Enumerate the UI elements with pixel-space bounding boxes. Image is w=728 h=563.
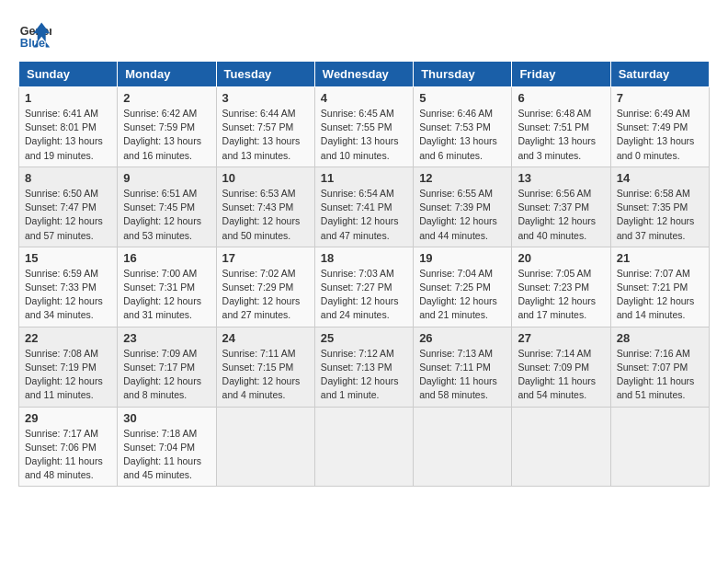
- calendar-week-5: 29 Sunrise: 7:17 AM Sunset: 7:06 PM Dayl…: [19, 407, 710, 487]
- day-number: 12: [419, 171, 506, 185]
- day-info: Sunrise: 7:07 AM Sunset: 7:21 PM Dayligh…: [617, 267, 703, 323]
- calendar-cell: 12 Sunrise: 6:55 AM Sunset: 7:39 PM Dayl…: [414, 167, 512, 247]
- daylight-label: Daylight: 12 hours and 40 minutes.: [518, 215, 596, 240]
- day-number: 15: [25, 251, 111, 265]
- daylight-label: Daylight: 12 hours and 53 minutes.: [123, 215, 201, 240]
- daylight-label: Daylight: 11 hours and 54 minutes.: [518, 375, 596, 400]
- daylight-label: Daylight: 12 hours and 4 minutes.: [222, 375, 301, 400]
- sunrise-label: Sunrise: 6:44 AM: [222, 108, 296, 119]
- day-info: Sunrise: 6:42 AM Sunset: 7:59 PM Dayligh…: [123, 107, 210, 163]
- daylight-label: Daylight: 13 hours and 13 minutes.: [222, 135, 301, 160]
- daylight-label: Daylight: 12 hours and 47 minutes.: [321, 215, 399, 240]
- sunrise-label: Sunrise: 7:07 AM: [617, 268, 690, 279]
- weekday-header-tuesday: Tuesday: [216, 62, 314, 87]
- daylight-label: Daylight: 12 hours and 1 minute.: [321, 375, 399, 400]
- daylight-label: Daylight: 13 hours and 3 minutes.: [518, 135, 596, 160]
- day-info: Sunrise: 7:05 AM Sunset: 7:23 PM Dayligh…: [518, 267, 604, 323]
- daylight-label: Daylight: 13 hours and 16 minutes.: [123, 135, 201, 160]
- daylight-label: Daylight: 13 hours and 6 minutes.: [419, 135, 497, 160]
- sunset-label: Sunset: 7:17 PM: [123, 362, 195, 373]
- calendar-week-1: 1 Sunrise: 6:41 AM Sunset: 8:01 PM Dayli…: [19, 87, 710, 167]
- calendar-week-2: 8 Sunrise: 6:50 AM Sunset: 7:47 PM Dayli…: [19, 167, 710, 247]
- weekday-header-wednesday: Wednesday: [314, 62, 413, 87]
- day-info: Sunrise: 7:13 AM Sunset: 7:11 PM Dayligh…: [419, 347, 506, 403]
- sunset-label: Sunset: 7:04 PM: [123, 442, 195, 453]
- calendar-cell: 2 Sunrise: 6:42 AM Sunset: 7:59 PM Dayli…: [118, 87, 216, 167]
- day-number: 28: [617, 331, 703, 345]
- sunset-label: Sunset: 7:43 PM: [222, 201, 294, 213]
- day-number: 3: [222, 91, 309, 105]
- calendar-cell: 9 Sunrise: 6:51 AM Sunset: 7:45 PM Dayli…: [118, 167, 216, 247]
- daylight-label: Daylight: 12 hours and 44 minutes.: [419, 215, 497, 240]
- day-info: Sunrise: 6:48 AM Sunset: 7:51 PM Dayligh…: [518, 107, 604, 163]
- day-info: Sunrise: 6:50 AM Sunset: 7:47 PM Dayligh…: [25, 187, 111, 243]
- daylight-label: Daylight: 12 hours and 8 minutes.: [123, 375, 201, 400]
- calendar-cell: 4 Sunrise: 6:45 AM Sunset: 7:55 PM Dayli…: [314, 87, 413, 167]
- sunrise-label: Sunrise: 7:18 AM: [123, 428, 197, 439]
- calendar-cell: [314, 407, 413, 487]
- calendar-cell: 13 Sunrise: 6:56 AM Sunset: 7:37 PM Dayl…: [512, 167, 610, 247]
- sunset-label: Sunset: 7:19 PM: [25, 362, 97, 373]
- calendar-cell: 16 Sunrise: 7:00 AM Sunset: 7:31 PM Dayl…: [118, 247, 216, 327]
- day-info: Sunrise: 6:44 AM Sunset: 7:57 PM Dayligh…: [222, 107, 309, 163]
- sunrise-label: Sunrise: 6:58 AM: [617, 188, 690, 199]
- daylight-label: Daylight: 13 hours and 0 minutes.: [617, 135, 695, 160]
- logo-icon: General Blue: [18, 18, 51, 52]
- sunset-label: Sunset: 7:37 PM: [518, 201, 589, 213]
- sunset-label: Sunset: 7:35 PM: [617, 201, 688, 213]
- daylight-label: Daylight: 13 hours and 19 minutes.: [25, 135, 103, 160]
- day-number: 22: [25, 331, 111, 345]
- sunset-label: Sunset: 7:31 PM: [123, 282, 195, 293]
- day-info: Sunrise: 6:46 AM Sunset: 7:53 PM Dayligh…: [419, 107, 506, 163]
- daylight-label: Daylight: 11 hours and 58 minutes.: [419, 375, 497, 400]
- daylight-label: Daylight: 11 hours and 45 minutes.: [123, 455, 201, 480]
- day-number: 29: [25, 411, 111, 425]
- day-number: 8: [25, 171, 111, 185]
- day-info: Sunrise: 6:56 AM Sunset: 7:37 PM Dayligh…: [518, 187, 604, 243]
- calendar-cell: 5 Sunrise: 6:46 AM Sunset: 7:53 PM Dayli…: [414, 87, 512, 167]
- day-number: 20: [518, 251, 604, 265]
- svg-text:Blue: Blue: [20, 37, 45, 50]
- sunset-label: Sunset: 7:27 PM: [321, 282, 392, 293]
- day-number: 4: [321, 91, 407, 105]
- sunset-label: Sunset: 7:09 PM: [518, 362, 589, 373]
- day-number: 6: [518, 91, 604, 105]
- daylight-label: Daylight: 12 hours and 37 minutes.: [617, 215, 695, 240]
- sunset-label: Sunset: 7:11 PM: [419, 362, 491, 373]
- sunrise-label: Sunrise: 6:41 AM: [25, 108, 98, 119]
- day-number: 26: [419, 331, 506, 345]
- calendar-cell: 21 Sunrise: 7:07 AM Sunset: 7:21 PM Dayl…: [610, 247, 709, 327]
- sunset-label: Sunset: 7:45 PM: [123, 201, 195, 213]
- daylight-label: Daylight: 11 hours and 48 minutes.: [25, 455, 103, 480]
- day-info: Sunrise: 7:12 AM Sunset: 7:13 PM Dayligh…: [321, 347, 407, 403]
- sunset-label: Sunset: 7:55 PM: [321, 121, 392, 132]
- sunrise-label: Sunrise: 6:56 AM: [518, 188, 591, 199]
- sunset-label: Sunset: 7:49 PM: [617, 121, 688, 132]
- calendar-cell: [414, 407, 512, 487]
- calendar-cell: 23 Sunrise: 7:09 AM Sunset: 7:17 PM Dayl…: [118, 327, 216, 407]
- sunrise-label: Sunrise: 7:17 AM: [25, 428, 98, 439]
- weekday-header-sunday: Sunday: [19, 62, 118, 87]
- calendar-cell: 30 Sunrise: 7:18 AM Sunset: 7:04 PM Dayl…: [118, 407, 216, 487]
- sunrise-label: Sunrise: 6:46 AM: [419, 108, 493, 119]
- calendar-cell: 7 Sunrise: 6:49 AM Sunset: 7:49 PM Dayli…: [610, 87, 709, 167]
- day-info: Sunrise: 7:02 AM Sunset: 7:29 PM Dayligh…: [222, 267, 309, 323]
- sunset-label: Sunset: 7:39 PM: [419, 201, 491, 213]
- day-number: 24: [222, 331, 309, 345]
- calendar-cell: 1 Sunrise: 6:41 AM Sunset: 8:01 PM Dayli…: [19, 87, 118, 167]
- sunrise-label: Sunrise: 7:08 AM: [25, 348, 98, 359]
- day-info: Sunrise: 6:58 AM Sunset: 7:35 PM Dayligh…: [617, 187, 703, 243]
- daylight-label: Daylight: 12 hours and 24 minutes.: [321, 295, 399, 320]
- sunrise-label: Sunrise: 6:55 AM: [419, 188, 493, 199]
- day-info: Sunrise: 7:08 AM Sunset: 7:19 PM Dayligh…: [25, 347, 111, 403]
- sunrise-label: Sunrise: 7:09 AM: [123, 348, 197, 359]
- sunset-label: Sunset: 7:57 PM: [222, 121, 294, 132]
- sunrise-label: Sunrise: 7:13 AM: [419, 348, 493, 359]
- calendar-cell: 29 Sunrise: 7:17 AM Sunset: 7:06 PM Dayl…: [19, 407, 118, 487]
- sunrise-label: Sunrise: 7:14 AM: [518, 348, 591, 359]
- calendar-cell: 6 Sunrise: 6:48 AM Sunset: 7:51 PM Dayli…: [512, 87, 610, 167]
- sunrise-label: Sunrise: 7:04 AM: [419, 268, 493, 279]
- day-number: 25: [321, 331, 407, 345]
- sunrise-label: Sunrise: 6:51 AM: [123, 188, 197, 199]
- sunrise-label: Sunrise: 7:02 AM: [222, 268, 296, 279]
